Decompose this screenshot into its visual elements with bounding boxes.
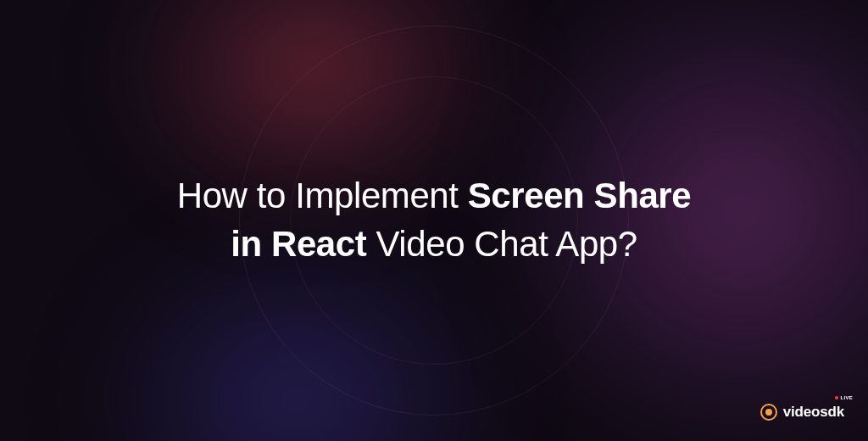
logo-icon	[760, 404, 777, 421]
live-badge: LIVE	[835, 395, 853, 400]
page-title: How to Implement Screen Share in React V…	[177, 172, 691, 268]
live-dot-icon	[835, 396, 838, 399]
title-part-3: Video Chat App?	[366, 224, 637, 264]
live-badge-text: LIVE	[840, 395, 853, 400]
logo-brand-text: videosdk	[783, 404, 844, 420]
title-bold-1: Screen Share	[468, 176, 691, 215]
content-area: How to Implement Screen Share in React V…	[0, 0, 868, 441]
logo-text-wrapper: videosdk LIVE	[783, 404, 844, 421]
brand-logo: videosdk LIVE	[760, 404, 844, 421]
title-part-1: How to Implement	[177, 176, 468, 215]
title-bold-2: in React	[231, 224, 366, 264]
